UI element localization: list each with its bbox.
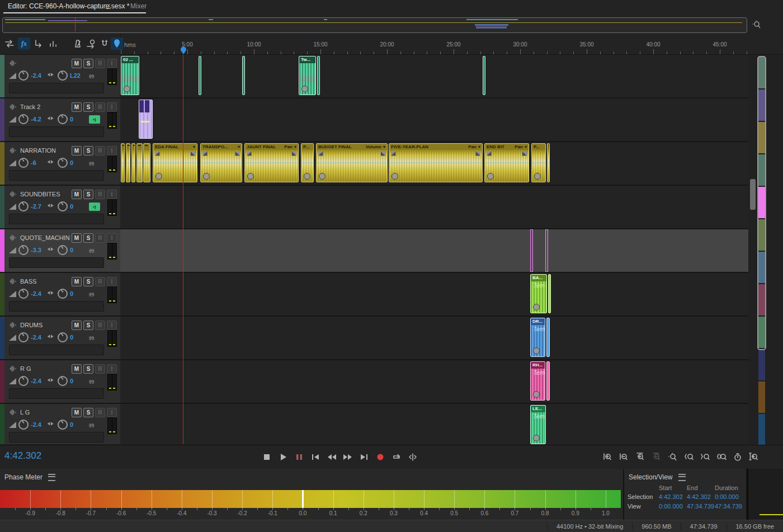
track-lane[interactable]: LE...Tem [120,404,748,444]
track-automation-box[interactable] [9,345,104,355]
track-automation-box[interactable] [9,432,104,442]
clip[interactable] [131,143,135,182]
volume-knob[interactable] [18,70,29,81]
clip-rh-[interactable]: RH...Tem [530,361,545,401]
zoom-in-point-button[interactable] [683,451,695,463]
pan-knob[interactable] [58,158,68,168]
track-lane[interactable]: BA...Tem [120,273,748,316]
pan-value[interactable]: 0 [70,247,83,253]
track-input-button[interactable]: I [107,102,117,112]
vertical-scrollbar-handle[interactable] [750,179,756,210]
track-lane[interactable]: RH...Tem [120,360,748,403]
navigator-track-segment[interactable] [758,382,765,413]
rewind-button[interactable] [326,451,338,463]
pause-button[interactable] [293,451,305,463]
track-mute-button[interactable]: M [72,321,82,330]
clip-gain-knob[interactable] [487,173,494,180]
track-arm-button[interactable]: R [95,146,105,156]
track-name[interactable]: NARRATION [20,147,72,154]
monitor-input-button[interactable]: ((•)) [89,248,93,253]
fade-in-handle[interactable] [391,151,396,156]
playhead-pin-icon[interactable] [180,46,187,54]
track-header[interactable]: L GMSRI-2.40((•)) [0,404,120,444]
track-solo-button[interactable]: S [83,102,93,112]
clip[interactable] [317,56,320,95]
track-name[interactable]: R G [20,365,72,372]
track-header[interactable]: BASSMSRI-2.40((•)) [0,273,120,316]
fx-rack-icon[interactable]: fx [18,37,30,50]
clip[interactable] [546,318,550,357]
clip[interactable] [547,143,550,182]
zoom-full-button[interactable] [748,451,760,463]
clip-ba-[interactable]: BA...Tem [530,274,547,313]
track-solo-button[interactable]: S [83,146,93,156]
track-name[interactable]: DRUMS [20,322,72,328]
pan-knob[interactable] [58,332,68,342]
skip-start-button[interactable] [309,451,322,463]
stop-button[interactable] [261,451,273,463]
volume-value[interactable]: -4.2 [31,116,44,123]
track-mute-button[interactable]: M [72,146,82,156]
track-input-button[interactable]: I [107,233,117,243]
panel-menu-icon[interactable]: ☰ [105,3,111,11]
clip[interactable] [143,143,150,182]
chevron-down-icon[interactable]: ▾ [478,144,480,149]
zoom-selection-button[interactable] [715,451,728,463]
clip-p-[interactable]: P... [301,143,314,182]
clip[interactable] [121,143,125,182]
track-solo-button[interactable]: S [83,190,93,199]
pan-value[interactable]: 0 [70,203,83,210]
chevron-down-icon[interactable]: ▾ [193,144,195,149]
navigator-track-segment[interactable] [758,349,765,380]
pan-value[interactable]: 0 [70,421,83,428]
volume-knob[interactable] [18,201,29,211]
clip-end-bit[interactable]: END BITPan▾ [484,143,529,182]
monitor-input-button[interactable]: ((•)) [89,422,93,427]
clip-gain-knob[interactable] [304,173,310,180]
volume-knob[interactable] [18,114,29,124]
chevron-down-icon[interactable]: ▾ [525,144,527,149]
marker-pin-icon[interactable] [111,37,123,50]
pan-knob[interactable] [58,114,68,124]
track-mute-button[interactable]: M [72,102,82,112]
fade-out-handle[interactable] [380,151,385,156]
monitor-input-button[interactable]: ((•)) [89,73,93,78]
track-lane[interactable] [120,98,748,141]
clip-gain-knob[interactable] [533,347,540,354]
track-name[interactable]: QUOTE_MACHIN [20,234,72,241]
volume-value[interactable]: -2.4 [31,378,44,384]
volume-knob[interactable] [18,376,29,386]
clip-gain-knob[interactable] [155,173,162,180]
clip[interactable] [530,229,533,272]
chevron-down-icon[interactable]: ▾ [294,144,296,149]
zoom-reset-button[interactable] [667,451,679,463]
fade-out-handle[interactable] [235,151,240,156]
clip[interactable] [548,274,551,313]
track-lane[interactable]: DR...Tem [120,317,748,359]
track-solo-button[interactable]: S [83,59,93,68]
track-header[interactable]: R GMSRI-2.40((•)) [0,360,120,403]
clip-automation-param[interactable]: Pan [515,144,523,149]
navigator-visible-range[interactable] [757,56,766,350]
track-automation-box[interactable] [9,301,104,312]
selview-time-value[interactable]: 4:42.302 [687,493,715,500]
monitor-input-button[interactable]: •) [89,115,100,124]
clip-automation-param[interactable]: Pan [284,144,293,149]
pan-knob[interactable] [58,245,68,255]
fade-out-handle[interactable] [522,151,527,156]
track-arm-button[interactable]: R [95,277,105,286]
pan-knob[interactable] [58,376,68,386]
track-input-button[interactable]: I [107,146,117,156]
fade-out-handle[interactable] [291,151,296,156]
clip-automation-param[interactable]: Pan [468,144,477,149]
clip-gain-knob[interactable] [533,435,540,441]
pan-value[interactable]: 0 [70,378,83,384]
volume-value[interactable]: -3.3 [31,247,44,253]
track-solo-button[interactable]: S [83,277,93,286]
track-arm-button[interactable]: R [95,102,105,112]
track-arm-button[interactable]: R [95,321,105,330]
navigator-track-segment[interactable] [758,414,765,445]
track-lane[interactable] [120,186,748,228]
clip[interactable] [483,56,485,95]
track-solo-button[interactable]: S [83,321,93,330]
